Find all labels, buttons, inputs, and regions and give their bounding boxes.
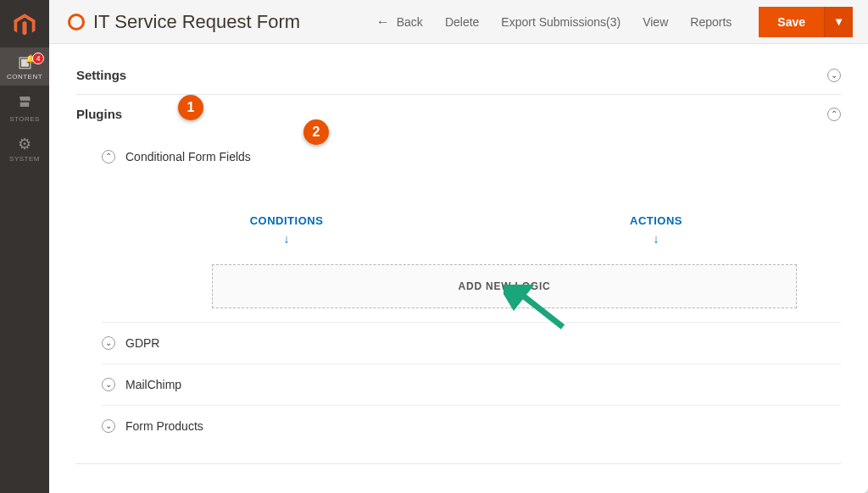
svg-line-0 [515,290,563,327]
header-actions: Back Delete Export Submissions(3) View R… [376,7,853,37]
conditional-plugin-body: CONDITIONS ↓ ACTIONS ↓ ADD NEW LOGIC [102,177,841,322]
save-dropdown-toggle[interactable]: ▼ [824,7,853,37]
reports-button[interactable]: Reports [690,15,732,29]
store-icon [17,94,32,112]
plugin-label: Conditional Form Fields [125,150,251,163]
delete-button[interactable]: Delete [445,15,479,29]
annotation-bubble-2: 2 [303,119,329,145]
annotation-arrow-icon [504,285,571,339]
sidebar-item-label: STORES [9,115,40,123]
page-header: IT Service Request Form Back Delete Expo… [49,0,868,44]
arrow-down-icon: ↓ [102,232,471,246]
page-title-wrap: IT Service Request Form [68,11,300,33]
save-button[interactable]: Save [759,7,824,37]
plugin-mailchimp[interactable]: ⌄ MailChimp [102,363,841,405]
conditions-column: CONDITIONS ↓ [102,214,471,246]
chevron-down-icon: ⌄ [102,378,115,391]
conditions-heading: CONDITIONS [102,214,471,227]
magento-logo-icon [12,13,37,38]
caret-down-icon: ▼ [833,15,844,28]
section-settings-toggle[interactable]: Settings ⌄ [76,56,841,94]
chevron-down-icon: ⌄ [102,419,115,433]
plugin-gdpr[interactable]: ⌄ GDPR [102,322,841,363]
plugin-label: GDPR [125,336,159,350]
export-submissions-button[interactable]: Export Submissions(3) [501,15,620,29]
form-icon [68,14,85,30]
page-content: Settings ⌄ Plugins ⌃ ⌃ Conditional Form … [49,44,868,493]
notification-badge: 4 [32,53,44,64]
plugin-conditional-form-fields[interactable]: ⌃ Conditional Form Fields [102,136,841,177]
gear-icon: ⚙ [18,136,31,152]
page-title: IT Service Request Form [93,11,300,33]
plugins-body: ⌃ Conditional Form Fields CONDITIONS ↓ A… [76,133,841,463]
section-plugins: Plugins ⌃ ⌃ Conditional Form Fields COND… [76,95,841,464]
sidebar-item-stores[interactable]: STORES [0,87,49,128]
chevron-down-icon: ⌄ [827,69,841,82]
actions-column: ACTIONS ↓ [471,214,841,246]
admin-sidebar: ▣ CONTENT 🔔 4 STORES ⚙ SYSTEM [0,0,49,493]
sidebar-item-content[interactable]: ▣ CONTENT 🔔 4 [0,47,49,86]
sidebar-item-label: CONTENT [7,73,42,80]
back-button[interactable]: Back [376,14,423,30]
sidebar-item-label: SYSTEM [9,155,40,163]
section-label: Settings [76,68,126,82]
magento-logo [0,5,49,46]
chevron-up-icon: ⌃ [102,150,115,163]
view-button[interactable]: View [643,15,668,29]
arrow-down-icon: ↓ [471,232,841,246]
section-settings: Settings ⌄ [76,56,841,95]
plugin-form-products[interactable]: ⌄ Form Products [102,405,841,446]
plugin-label: Form Products [125,419,203,433]
section-label: Plugins [76,107,122,121]
chevron-down-icon: ⌄ [102,336,115,350]
sidebar-item-system[interactable]: ⚙ SYSTEM [0,130,49,168]
chevron-up-icon: ⌃ [827,108,841,121]
actions-heading: ACTIONS [471,214,841,227]
conditions-actions-header: CONDITIONS ↓ ACTIONS ↓ [102,192,841,258]
plugin-label: MailChimp [125,378,181,391]
save-button-group: Save ▼ [759,7,853,37]
annotation-bubble-1: 1 [178,95,203,120]
